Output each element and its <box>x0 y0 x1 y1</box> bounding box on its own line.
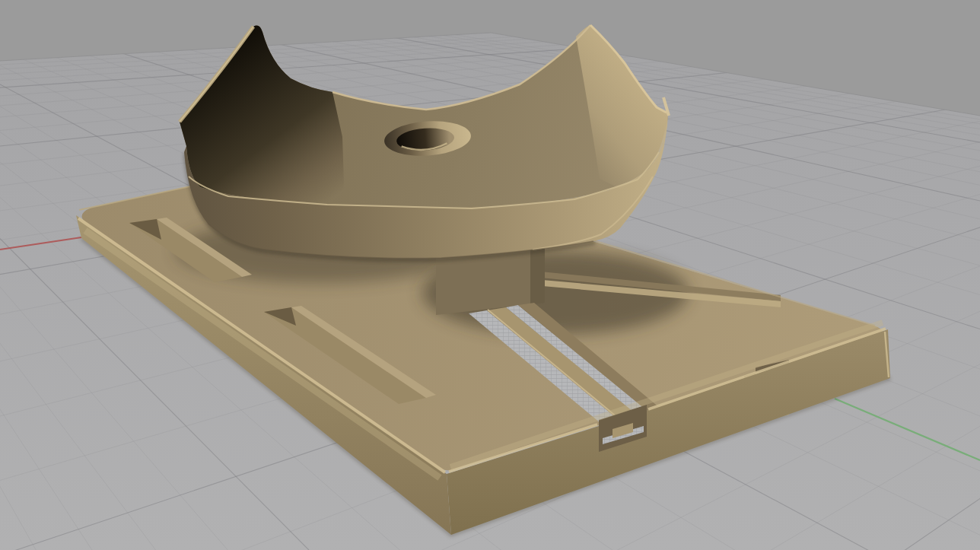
viewport-canvas[interactable] <box>0 0 980 550</box>
3d-viewport[interactable] <box>0 0 980 550</box>
